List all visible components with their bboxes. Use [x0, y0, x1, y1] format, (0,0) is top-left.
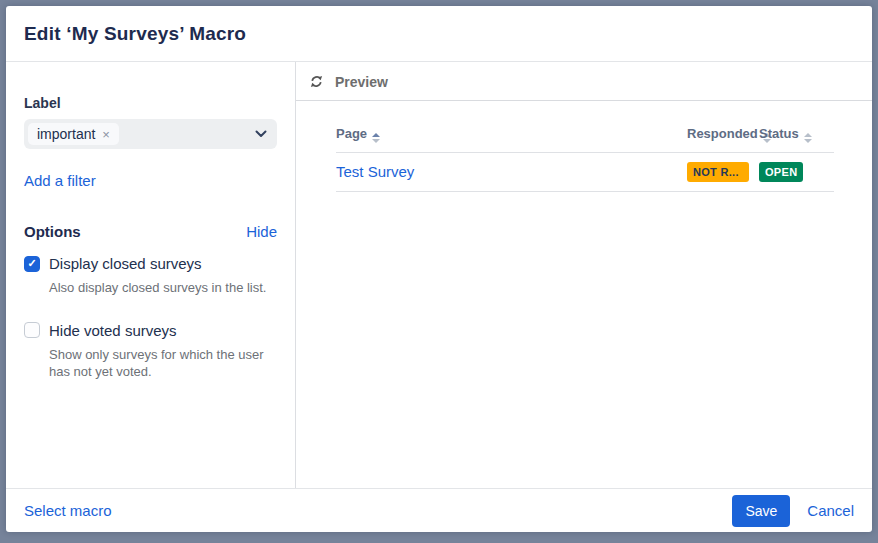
- status-badge: OPEN: [759, 162, 803, 182]
- preview-header: Preview: [296, 62, 872, 101]
- chevron-down-icon: [255, 130, 267, 138]
- save-button[interactable]: Save: [732, 495, 790, 527]
- display-closed-surveys-label[interactable]: Display closed surveys: [49, 255, 202, 272]
- column-header-status[interactable]: Status: [759, 122, 834, 153]
- table-header-row: Page Responded Status: [336, 122, 834, 153]
- sort-indicator: [372, 133, 380, 143]
- add-filter-link[interactable]: Add a filter: [24, 172, 96, 189]
- status-cell: OPEN: [759, 153, 834, 192]
- display-closed-surveys-checkbox[interactable]: ✓: [24, 256, 40, 272]
- select-macro-link[interactable]: Select macro: [24, 502, 112, 519]
- check-icon: ✓: [27, 325, 36, 336]
- dialog-title: Edit ‘My Surveys’ Macro: [24, 23, 246, 45]
- hide-voted-surveys-row: ✓ Hide voted surveys: [24, 322, 277, 339]
- edit-macro-dialog: Edit ‘My Surveys’ Macro Label important …: [6, 6, 872, 532]
- responded-cell: NOT R...: [687, 153, 759, 192]
- dialog-footer: Select macro Save Cancel: [6, 488, 872, 532]
- column-header-responded[interactable]: Responded: [687, 122, 759, 153]
- column-header-page[interactable]: Page: [336, 122, 687, 153]
- refresh-icon[interactable]: [308, 73, 325, 90]
- preview-title: Preview: [335, 74, 388, 90]
- surveys-table: Page Responded Status: [336, 122, 834, 192]
- remove-tag-icon[interactable]: ×: [102, 128, 110, 141]
- sort-indicator: [804, 133, 812, 143]
- hide-options-link[interactable]: Hide: [246, 223, 277, 240]
- display-closed-surveys-description: Also display closed surveys in the list.: [49, 279, 284, 297]
- page-cell: Test Survey: [336, 153, 687, 192]
- label-field-label: Label: [24, 95, 277, 111]
- label-tag-text: important: [37, 126, 95, 142]
- hide-voted-surveys-checkbox[interactable]: ✓: [24, 322, 40, 338]
- table-row: Test Survey NOT R... OPEN: [336, 153, 834, 192]
- dialog-body: Label important × Add a filter Options H…: [6, 62, 872, 488]
- preview-content: Page Responded Status: [296, 101, 872, 192]
- hide-voted-surveys-label[interactable]: Hide voted surveys: [49, 322, 177, 339]
- check-icon: ✓: [27, 258, 36, 269]
- footer-actions: Save Cancel: [732, 495, 854, 527]
- label-select[interactable]: important ×: [24, 119, 277, 149]
- survey-page-link[interactable]: Test Survey: [336, 163, 414, 180]
- options-header: Options Hide: [24, 223, 277, 240]
- macro-settings-panel: Label important × Add a filter Options H…: [6, 62, 296, 488]
- dialog-header: Edit ‘My Surveys’ Macro: [6, 6, 872, 62]
- column-header-page-label: Page: [336, 126, 367, 141]
- column-header-responded-label: Responded: [687, 126, 758, 141]
- options-heading: Options: [24, 223, 81, 240]
- cancel-link[interactable]: Cancel: [807, 502, 854, 519]
- display-closed-surveys-row: ✓ Display closed surveys: [24, 255, 277, 272]
- label-tag: important ×: [28, 123, 119, 145]
- column-header-status-label: Status: [759, 126, 799, 141]
- hide-voted-surveys-description: Show only surveys for which the user has…: [49, 346, 284, 381]
- preview-panel: Preview Page Responded: [296, 62, 872, 488]
- responded-badge: NOT R...: [687, 162, 749, 182]
